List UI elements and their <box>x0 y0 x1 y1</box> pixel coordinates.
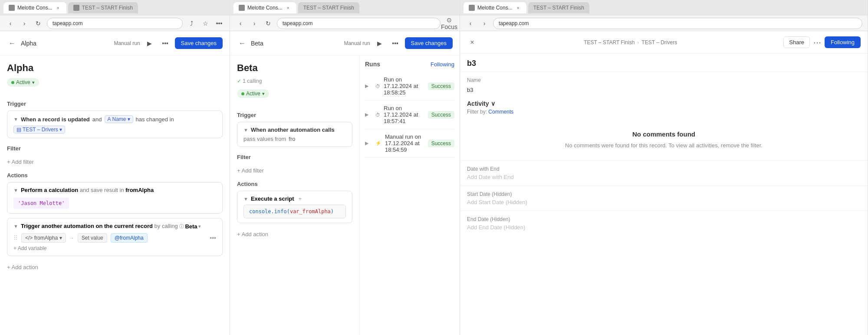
left-action1-text: Perform a calculation and save result in… <box>21 187 154 193</box>
run-text-1: Run on 17.12.2024 at 18:57:41 <box>384 105 424 124</box>
middle-following-btn[interactable]: Following <box>431 61 454 68</box>
run-icon-2: ⚡ <box>375 140 381 146</box>
tab-right-melotte[interactable]: Melotte Cons... × <box>464 2 526 13</box>
run-item-2[interactable]: ▶ ⚡ Manual run on 17.12.2024 at 18:54:59… <box>365 129 454 158</box>
tab-favicon-right <box>469 5 475 11</box>
middle-save-button[interactable]: Save changes <box>405 37 453 49</box>
browser-toolbar-right: ‹ › tapeapp.com <box>460 16 868 31</box>
left-run-btn[interactable]: ▶ <box>144 37 156 49</box>
left-back-button[interactable]: ← <box>7 38 17 49</box>
run-item-1[interactable]: ▶ ⏱ Run on 17.12.2024 at 18:57:41 Succes… <box>365 101 454 129</box>
right-close-button[interactable]: × <box>467 37 477 48</box>
left-panel-header: ← Alpha Manual run ▶ ••• Save changes <box>0 31 230 55</box>
right-end-date-add[interactable]: Add End Date (Hidden) <box>467 224 861 231</box>
middle-panel-header: ← Beta Manual run ▶ ••• Save changes <box>230 31 460 55</box>
right-filter-link[interactable]: Comments <box>488 109 513 115</box>
middle-more-btn[interactable]: ••• <box>389 37 401 49</box>
browser-tabs-left: Melotte Cons... × TEST – START Finish <box>0 0 230 16</box>
left-trigger-and: and <box>92 116 102 123</box>
run-item-0[interactable]: ▶ ⏱ Run on 17.12.2024 at 18:58:25 Succes… <box>365 72 454 101</box>
tab-title-left-2: TEST – START Finish <box>82 5 133 11</box>
tab-favicon-middle <box>239 5 245 11</box>
left-add-action-btn[interactable]: + Add action <box>7 264 38 270</box>
share-nav-left[interactable]: ⤴ <box>186 18 197 29</box>
tab-middle-melotte[interactable]: Melotte Cons... × <box>233 2 296 13</box>
refresh-nav-left[interactable]: ↻ <box>33 18 43 29</box>
back-nav-left[interactable]: ‹ <box>5 18 16 29</box>
right-panel: Melotte Cons... × TEST – START Finish ‹ … <box>460 0 868 335</box>
refresh-nav-middle[interactable]: ↻ <box>263 18 273 29</box>
left-add-variable-btn[interactable]: + Add variable <box>13 245 46 251</box>
tab-middle-test[interactable]: TEST – START Finish <box>298 2 359 13</box>
middle-script-fn: console.info( <box>249 208 290 215</box>
address-bar-middle[interactable]: tapeapp.com <box>277 18 441 29</box>
tab-close-right[interactable]: × <box>515 5 521 11</box>
left-add-filter-btn[interactable]: + Add filter <box>7 159 34 165</box>
left-status-badge: Active ▾ <box>7 78 39 87</box>
run-expand-0[interactable]: ▶ <box>365 83 372 89</box>
middle-add-action-btn[interactable]: + Add action <box>237 231 268 237</box>
right-more-btn[interactable]: ⋯ <box>813 38 821 47</box>
middle-action-add[interactable]: + <box>299 195 302 202</box>
right-start-date-add[interactable]: Add Start Date (Hidden) <box>467 199 861 205</box>
left-action1-chevron: ▼ <box>13 188 18 193</box>
browser-toolbar-left: ‹ › ↻ tapeapp.com ⤴ ☆ ••• <box>0 16 230 31</box>
right-no-comments-title: No comments found <box>474 130 854 138</box>
left-trigger-field-tag[interactable]: A Name ▾ <box>105 115 133 123</box>
left-save-button[interactable]: Save changes <box>175 37 223 49</box>
left-var-name-tag[interactable]: </> fromAlpha ▾ <box>21 233 66 243</box>
tab-title-left: Melotte Cons... <box>17 5 53 11</box>
browser-toolbar-middle: ‹ › ↻ tapeapp.com ⊙ Focus <box>230 16 460 31</box>
middle-calling-count: ✓ 1 calling <box>237 78 352 84</box>
run-expand-2[interactable]: ▶ <box>365 140 372 146</box>
left-var-value[interactable]: @fromAlpha <box>111 233 148 243</box>
more-nav-left[interactable]: ••• <box>214 18 224 29</box>
forward-nav-middle[interactable]: › <box>249 18 260 29</box>
right-start-date-field: Start Date (Hidden) Add Start Date (Hidd… <box>460 185 868 211</box>
tab-close-left[interactable]: × <box>55 5 61 11</box>
middle-action-card: ▼ Execute a script + console.info(var_fr… <box>237 191 352 223</box>
middle-run-btn[interactable]: ▶ <box>374 37 386 49</box>
tab-right-test[interactable]: TEST – START Finish <box>528 2 589 13</box>
tab-left-melotte[interactable]: Melotte Cons... × <box>3 2 66 13</box>
forward-nav-left[interactable]: › <box>19 18 30 29</box>
right-activity-header[interactable]: Activity ∨ <box>467 100 861 107</box>
browser-tabs-right: Melotte Cons... × TEST – START Finish <box>460 0 868 16</box>
run-status-1: Success <box>428 111 454 119</box>
left-action-card-1: ▼ Perform a calculation and save result … <box>7 182 223 214</box>
back-nav-middle[interactable]: ‹ <box>235 18 246 29</box>
right-activity-label: Activity <box>467 100 489 107</box>
run-icon-0: ⏱ <box>375 84 380 89</box>
right-end-date-label: End Date (Hidden) <box>467 216 861 222</box>
left-var-set-value[interactable]: Set value <box>78 233 107 243</box>
middle-add-filter-btn[interactable]: + Add filter <box>237 167 264 174</box>
left-trigger-section: Trigger <box>7 101 223 107</box>
chevron-down-icon: ∨ <box>491 100 495 107</box>
tab-left-test[interactable]: TEST – START Finish <box>68 2 138 13</box>
tab-close-middle[interactable]: × <box>285 5 291 11</box>
right-filter-by: Filter by: Comments <box>467 109 861 115</box>
address-bar-right[interactable]: tapeapp.com <box>493 18 862 29</box>
left-trigger-box: ▼ When a record is updated and A Name ▾ … <box>7 111 223 138</box>
right-following-button[interactable]: Following <box>825 36 861 48</box>
right-share-button[interactable]: Share <box>783 36 810 48</box>
middle-automation-name: Beta <box>237 62 352 74</box>
forward-nav-right[interactable]: › <box>479 18 490 29</box>
run-icon-1: ⏱ <box>375 112 380 117</box>
left-header-title: Alpha <box>21 40 111 47</box>
right-date-with-end-add[interactable]: Add Date with End <box>467 174 861 180</box>
left-var-more[interactable]: ••• <box>210 234 216 241</box>
address-bar-left[interactable]: tapeapp.com <box>47 18 183 29</box>
bookmark-nav-left[interactable]: ☆ <box>200 18 210 29</box>
middle-panel: Melotte Cons... × TEST – START Finish ‹ … <box>230 0 460 335</box>
focus-btn-middle[interactable]: ⊙ Focus <box>444 18 454 29</box>
middle-run-mode: Manual run <box>344 40 370 46</box>
back-nav-right[interactable]: ‹ <box>465 18 476 29</box>
left-more-btn[interactable]: ••• <box>159 37 171 49</box>
middle-runs-panel: Runs Following ▶ ⏱ Run on 17.12.2024 at … <box>360 55 460 335</box>
run-expand-1[interactable]: ▶ <box>365 112 372 117</box>
middle-script-param: var_fromAlpha <box>290 208 331 215</box>
middle-filter-section: Filter <box>237 154 352 160</box>
left-trigger-target-tag[interactable]: ▤ TEST – Drivers ▾ <box>13 126 65 133</box>
middle-back-button[interactable]: ← <box>237 38 247 49</box>
